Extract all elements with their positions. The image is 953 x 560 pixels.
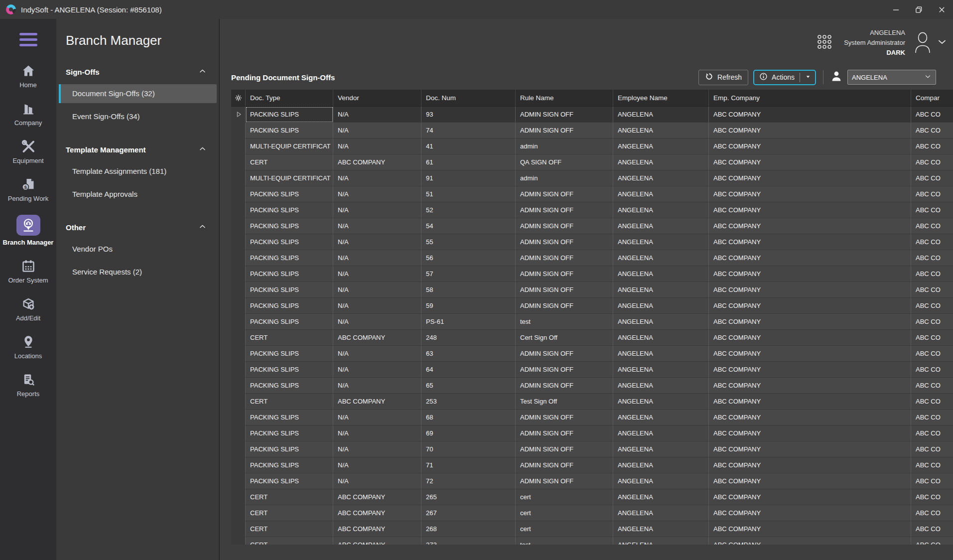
cell-emp-company[interactable]: ABC COMPANY [709,107,911,123]
cell-emp-company[interactable]: ABC COMPANY [709,441,911,457]
row-indicator[interactable] [231,505,246,521]
chevron-up-icon[interactable] [198,67,207,77]
chevron-up-icon[interactable] [198,222,207,233]
cell-compar[interactable]: ABC CO [911,441,953,457]
actions-button[interactable]: Actions [753,70,816,85]
cell-rule-name[interactable]: QA SIGN OFF [516,154,613,170]
sidebar-item-home[interactable]: Home [2,63,54,89]
row-indicator[interactable] [231,473,246,489]
cell-doc-num[interactable]: 41 [421,139,516,154]
cell-rule-name[interactable]: ADMIN SIGN OFF [516,457,613,473]
cell-doc-type[interactable]: PACKING SLIPS [246,218,333,234]
cell-compar[interactable]: ABC CO [911,250,953,266]
cell-compar[interactable]: ABC CO [911,362,953,378]
row-indicator[interactable] [231,123,246,139]
table-row[interactable]: CERTABC COMPANY253Test Sign OffANGELENAA… [231,394,953,410]
cell-doc-num[interactable]: 68 [421,410,516,425]
cell-doc-type[interactable]: CERT [246,394,333,410]
cell-vendor[interactable]: N/A [333,123,421,139]
cell-rule-name[interactable]: admin [516,139,613,154]
maximize-button[interactable] [907,0,930,19]
table-row[interactable]: PACKING SLIPSN/A72ADMIN SIGN OFFANGELENA… [231,473,953,489]
nav-item-event-sign-offs-34[interactable]: Event Sign-Offs (34) [59,107,217,126]
cell-employee-name[interactable]: ANGELENA [613,521,709,537]
cell-vendor[interactable]: N/A [333,234,421,250]
cell-rule-name[interactable]: ADMIN SIGN OFF [516,234,613,250]
cell-doc-type[interactable]: PACKING SLIPS [246,346,333,362]
cell-compar[interactable]: ABC CO [911,266,953,282]
cell-doc-num[interactable]: 51 [421,186,516,202]
table-row[interactable]: PACKING SLIPSN/A69ADMIN SIGN OFFANGELENA… [231,425,953,441]
cell-employee-name[interactable]: ANGELENA [613,537,709,545]
cell-employee-name[interactable]: ANGELENA [613,298,709,314]
cell-doc-type[interactable]: PACKING SLIPS [246,234,333,250]
minimize-button[interactable] [884,0,907,19]
cell-employee-name[interactable]: ANGELENA [613,394,709,410]
row-indicator[interactable] [231,441,246,457]
cell-vendor[interactable]: N/A [333,170,421,186]
row-indicator[interactable] [231,537,246,545]
cell-employee-name[interactable]: ANGELENA [613,202,709,218]
cell-emp-company[interactable]: ABC COMPANY [709,505,911,521]
cell-vendor[interactable]: N/A [333,425,421,441]
cell-vendor[interactable]: N/A [333,186,421,202]
cell-doc-num[interactable]: 59 [421,298,516,314]
hamburger-menu-button[interactable] [16,27,40,52]
cell-vendor[interactable]: N/A [333,266,421,282]
cell-vendor[interactable]: N/A [333,346,421,362]
cell-doc-num[interactable]: 63 [421,346,516,362]
cell-compar[interactable]: ABC CO [911,410,953,425]
cell-compar[interactable]: ABC CO [911,107,953,123]
cell-doc-num[interactable]: 61 [421,154,516,170]
row-indicator[interactable] [231,330,246,346]
cell-employee-name[interactable]: ANGELENA [613,218,709,234]
cell-employee-name[interactable]: ANGELENA [613,346,709,362]
cell-doc-type[interactable]: PACKING SLIPS [246,298,333,314]
cell-doc-type[interactable]: PACKING SLIPS [246,107,333,123]
table-row[interactable]: PACKING SLIPSN/A64ADMIN SIGN OFFANGELENA… [231,362,953,378]
table-row[interactable]: CERTABC COMPANY273testANGELENAABC COMPAN… [231,537,953,545]
cell-compar[interactable]: ABC CO [911,234,953,250]
cell-doc-type[interactable]: PACKING SLIPS [246,457,333,473]
cell-doc-num[interactable]: 91 [421,170,516,186]
cell-emp-company[interactable]: ABC COMPANY [709,362,911,378]
column-header-rule-name[interactable]: Rule Name [516,90,613,107]
cell-employee-name[interactable]: ANGELENA [613,505,709,521]
row-indicator[interactable] [231,107,246,123]
cell-emp-company[interactable]: ABC COMPANY [709,218,911,234]
cell-emp-company[interactable]: ABC COMPANY [709,410,911,425]
cell-employee-name[interactable]: ANGELENA [613,441,709,457]
cell-rule-name[interactable]: ADMIN SIGN OFF [516,298,613,314]
cell-doc-num[interactable]: 71 [421,457,516,473]
cell-vendor[interactable]: N/A [333,378,421,394]
cell-doc-num[interactable]: 273 [421,537,516,545]
table-row[interactable]: PACKING SLIPSN/A52ADMIN SIGN OFFANGELENA… [231,202,953,218]
row-indicator[interactable] [231,218,246,234]
row-indicator[interactable] [231,154,246,170]
nav-section-header-other[interactable]: Other [56,219,219,236]
cell-employee-name[interactable]: ANGELENA [613,330,709,346]
cell-doc-num[interactable]: 70 [421,441,516,457]
row-indicator[interactable] [231,234,246,250]
column-header-employee-name[interactable]: Employee Name [613,90,709,107]
table-row[interactable]: PACKING SLIPSN/A74ADMIN SIGN OFFANGELENA… [231,123,953,139]
cell-rule-name[interactable]: cert [516,505,613,521]
nav-section-header-sign-offs[interactable]: Sign-Offs [56,63,219,80]
table-row[interactable]: PACKING SLIPSN/APS-61testANGELENAABC COM… [231,314,953,330]
cell-doc-type[interactable]: CERT [246,537,333,545]
cell-rule-name[interactable]: test [516,314,613,330]
row-indicator[interactable] [231,266,246,282]
cell-vendor[interactable]: N/A [333,218,421,234]
sidebar-item-equipment[interactable]: Equipment [2,139,54,165]
table-row[interactable]: PACKING SLIPSN/A59ADMIN SIGN OFFANGELENA… [231,298,953,314]
close-button[interactable] [930,0,953,19]
column-header-doc-num[interactable]: Doc. Num [421,90,516,107]
table-row[interactable]: PACKING SLIPSN/A71ADMIN SIGN OFFANGELENA… [231,457,953,473]
cell-employee-name[interactable]: ANGELENA [613,378,709,394]
table-row[interactable]: PACKING SLIPSN/A58ADMIN SIGN OFFANGELENA… [231,282,953,298]
row-indicator[interactable] [231,362,246,378]
cell-vendor[interactable]: ABC COMPANY [333,505,421,521]
cell-emp-company[interactable]: ABC COMPANY [709,139,911,154]
table-row[interactable]: CERTABC COMPANY61QA SIGN OFFANGELENAABC … [231,154,953,170]
cell-doc-type[interactable]: PACKING SLIPS [246,425,333,441]
